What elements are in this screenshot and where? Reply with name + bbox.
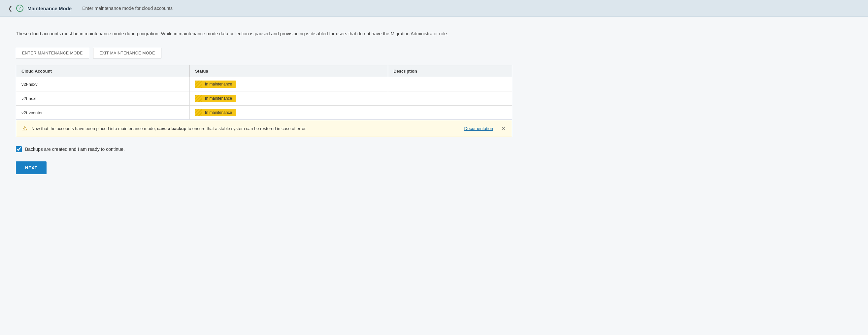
next-button[interactable]: NEXT bbox=[16, 161, 46, 174]
page-subtitle: Enter maintenance mode for cloud account… bbox=[82, 6, 173, 11]
status-badge: In maintenance bbox=[195, 95, 236, 102]
column-status: Status bbox=[190, 65, 388, 77]
status-badge-text: In maintenance bbox=[205, 110, 232, 115]
enter-maintenance-button[interactable]: ENTER MAINTENANCE MODE bbox=[16, 48, 89, 58]
maintenance-stripes-icon bbox=[195, 95, 202, 102]
cell-status: In maintenance bbox=[190, 105, 388, 120]
documentation-link[interactable]: Documentation bbox=[464, 126, 493, 131]
warning-text: Now that the accounts have been placed i… bbox=[31, 125, 460, 132]
cell-description bbox=[388, 91, 512, 105]
exit-maintenance-button[interactable]: EXIT MAINTENANCE MODE bbox=[93, 48, 161, 58]
cell-status: In maintenance bbox=[190, 77, 388, 91]
cell-account: v2t-nsxt bbox=[16, 91, 190, 105]
close-banner-button[interactable]: ✕ bbox=[501, 125, 506, 132]
table-row: v2t-nsxvIn maintenance bbox=[16, 77, 512, 91]
cell-status: In maintenance bbox=[190, 91, 388, 105]
backup-checkbox-label: Backups are created and I am ready to co… bbox=[25, 147, 125, 152]
status-check-icon: ✓ bbox=[16, 5, 24, 12]
column-cloud-account: Cloud Account bbox=[16, 65, 190, 77]
cell-account: v2t-vcenter bbox=[16, 105, 190, 120]
cloud-accounts-table: Cloud Account Status Description v2t-nsx… bbox=[16, 65, 512, 120]
column-description: Description bbox=[388, 65, 512, 77]
maintenance-stripes-icon bbox=[195, 81, 202, 88]
status-badge: In maintenance bbox=[195, 81, 236, 88]
cell-description bbox=[388, 105, 512, 120]
table-row: v2t-vcenterIn maintenance bbox=[16, 105, 512, 120]
status-badge-text: In maintenance bbox=[205, 96, 232, 101]
page-title: Maintenance Mode bbox=[27, 6, 72, 11]
warning-banner: ⚠ Now that the accounts have been placed… bbox=[16, 120, 512, 137]
backup-checkbox-row: Backups are created and I am ready to co… bbox=[16, 146, 512, 152]
header-bar: ❮ ✓ Maintenance Mode Enter maintenance m… bbox=[0, 0, 868, 17]
chevron-icon[interactable]: ❮ bbox=[8, 5, 12, 11]
main-content: These cloud accounts must be in maintena… bbox=[0, 17, 528, 187]
cell-description bbox=[388, 77, 512, 91]
backup-checkbox[interactable] bbox=[16, 146, 22, 152]
action-buttons: ENTER MAINTENANCE MODE EXIT MAINTENANCE … bbox=[16, 48, 512, 58]
cell-account: v2t-nsxv bbox=[16, 77, 190, 91]
status-badge-text: In maintenance bbox=[205, 82, 232, 87]
warning-icon: ⚠ bbox=[22, 125, 27, 132]
maintenance-stripes-icon bbox=[195, 109, 202, 116]
table-row: v2t-nsxtIn maintenance bbox=[16, 91, 512, 105]
status-badge: In maintenance bbox=[195, 109, 236, 116]
description-text: These cloud accounts must be in maintena… bbox=[16, 30, 478, 37]
